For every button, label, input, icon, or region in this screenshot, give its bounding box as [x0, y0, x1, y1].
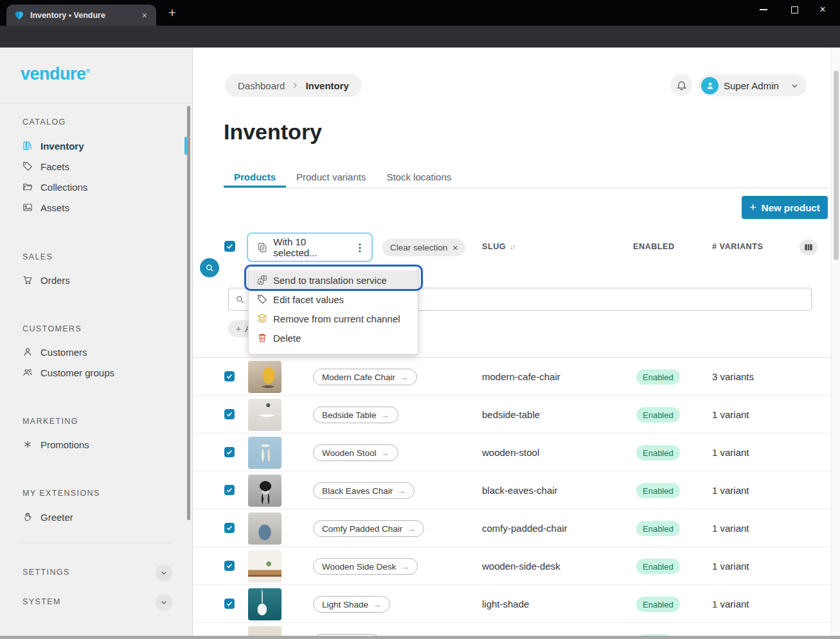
notifications-button[interactable] — [670, 74, 692, 96]
product-thumbnail — [248, 626, 281, 636]
arrow-right-icon: → — [400, 372, 408, 382]
menu-item-remove-from-channel[interactable]: Remove from current channel — [249, 309, 418, 328]
table-row-partial — [193, 623, 831, 636]
bell-icon — [676, 80, 687, 91]
sidebar-item-facets[interactable]: Facets — [17, 157, 178, 176]
table-row: Light Shade→ light-shade Enabled 1 varia… — [193, 585, 831, 623]
section-label-marketing: MARKETING — [22, 417, 78, 426]
product-name-link[interactable]: Wooden Stool→ — [313, 444, 398, 461]
arrow-right-icon: → — [397, 486, 406, 496]
tab-stock-locations[interactable]: Stock locations — [376, 167, 461, 188]
folder-icon — [22, 182, 33, 192]
row-checkbox[interactable] — [224, 561, 235, 571]
product-name-link[interactable]: Wooden Side Desk→ — [313, 558, 418, 575]
product-slug: wooden-side-desk — [482, 561, 560, 572]
row-checkbox[interactable] — [224, 523, 235, 533]
arrow-right-icon: → — [407, 524, 415, 534]
window-minimize-button[interactable] — [753, 0, 774, 19]
product-name-link[interactable]: Comfy Padded Chair→ — [313, 520, 424, 537]
select-all-checkbox[interactable] — [224, 241, 235, 252]
menu-item-send-to-translation[interactable]: Send to translation service — [249, 270, 418, 290]
table-row: Black Eaves Chair→ black-eaves-chair Ena… — [193, 471, 831, 509]
menu-item-label: Delete — [273, 333, 301, 344]
product-thumbnail — [248, 361, 281, 393]
product-name-link[interactable]: Black Eaves Chair→ — [313, 482, 415, 499]
product-name-link[interactable]: Light Shade→ — [313, 596, 390, 613]
breadcrumb-inventory[interactable]: Inventory — [305, 80, 349, 91]
maximize-icon — [791, 6, 798, 13]
avatar — [701, 77, 719, 94]
variant-count: 1 variant — [712, 409, 749, 420]
main-content: Dashboard Inventory Super Admin Inventor… — [193, 48, 840, 636]
sidebar-item-customer-groups[interactable]: Customer groups — [17, 363, 178, 382]
tab-products[interactable]: Products — [224, 167, 286, 188]
new-product-button[interactable]: + New product — [742, 196, 828, 219]
bulk-actions-menu: Send to translation service Edit facet v… — [248, 265, 418, 355]
menu-item-edit-facet-values[interactable]: Edit facet values — [249, 290, 418, 309]
row-checkbox[interactable] — [224, 599, 235, 609]
enabled-badge: Enabled — [636, 559, 680, 574]
search-fab[interactable] — [200, 258, 219, 277]
bulk-actions-button[interactable]: With 10 selected... ⋮ — [247, 232, 373, 262]
chevron-down-icon — [160, 569, 168, 577]
product-slug: comfy-padded-chair — [482, 523, 567, 534]
menu-item-label: Edit facet values — [273, 294, 344, 305]
window-maximize-button[interactable] — [783, 0, 805, 19]
sort-icon[interactable]: ↓↑ — [510, 243, 514, 250]
column-header-slug[interactable]: SLUG ↓↑ — [482, 242, 514, 251]
section-label-my-extensions: MY EXTENSIONS — [22, 489, 100, 498]
system-expand-button[interactable] — [156, 594, 172, 611]
divider — [0, 103, 193, 104]
section-label-settings[interactable]: SETTINGS — [22, 568, 70, 577]
product-thumbnail — [248, 399, 281, 431]
row-checkbox[interactable] — [224, 485, 235, 495]
settings-expand-button[interactable] — [156, 565, 172, 581]
breadcrumb-dashboard[interactable]: Dashboard — [238, 80, 285, 91]
sidebar-item-promotions[interactable]: Promotions — [17, 435, 178, 454]
tag-icon — [257, 294, 267, 304]
section-label-customers: CUSTOMERS — [22, 324, 82, 333]
product-name-link[interactable]: Modern Cafe Chair→ — [313, 369, 417, 385]
vendure-heart-icon — [14, 10, 24, 21]
search-icon — [235, 295, 245, 304]
browser-tab[interactable]: Inventory • Vendure × — [6, 4, 156, 26]
sidebar-scrollbar[interactable] — [187, 106, 190, 520]
kebab-menu-icon[interactable]: ⋮ — [355, 241, 365, 254]
row-checkbox[interactable] — [224, 447, 235, 457]
row-checkbox[interactable] — [224, 409, 235, 419]
product-name: Modern Cafe Chair — [322, 372, 395, 382]
scrollbar-thumb[interactable] — [834, 71, 839, 260]
hand-icon — [22, 512, 33, 522]
sidebar-item-assets[interactable]: Assets — [17, 198, 178, 217]
tab-close-icon[interactable]: × — [139, 10, 150, 21]
enabled-badge: Enabled — [636, 407, 680, 423]
user-name: Super Admin — [724, 80, 779, 91]
sidebar-item-collections[interactable]: Collections — [17, 177, 178, 197]
row-checkbox[interactable] — [224, 371, 235, 381]
menu-item-delete[interactable]: Delete — [249, 328, 418, 347]
sidebar-item-orders[interactable]: Orders — [17, 270, 178, 290]
sidebar-item-label: Customers — [40, 347, 87, 358]
section-label-system[interactable]: SYSTEM — [22, 597, 61, 606]
product-slug: bedside-table — [482, 409, 540, 420]
product-thumbnail — [248, 550, 281, 582]
users-icon — [22, 367, 33, 378]
clear-selection-button[interactable]: Clear selection × — [382, 239, 465, 256]
column-settings-button[interactable] — [800, 240, 818, 255]
tab-product-variants[interactable]: Product variants — [286, 167, 376, 188]
product-name-link[interactable]: Bedside Table→ — [313, 407, 398, 423]
window-close-button[interactable]: × — [812, 0, 834, 19]
plus-icon: + — [749, 201, 756, 214]
product-name: Black Eaves Chair — [322, 486, 393, 496]
sidebar-item-label: Inventory — [40, 141, 84, 152]
user-menu[interactable]: Super Admin — [699, 74, 807, 96]
main-scrollbar[interactable] — [831, 48, 840, 636]
variant-count: 3 variants — [712, 371, 754, 382]
new-tab-button[interactable]: + — [165, 5, 180, 21]
sidebar-item-label: Orders — [40, 275, 70, 286]
sidebar-item-greeter[interactable]: Greeter — [17, 507, 178, 527]
product-thumbnail — [248, 588, 281, 620]
sidebar-item-inventory[interactable]: Inventory — [17, 136, 178, 155]
sidebar-item-customers[interactable]: Customers — [17, 342, 178, 362]
vendure-logo: vendure® — [21, 64, 90, 84]
